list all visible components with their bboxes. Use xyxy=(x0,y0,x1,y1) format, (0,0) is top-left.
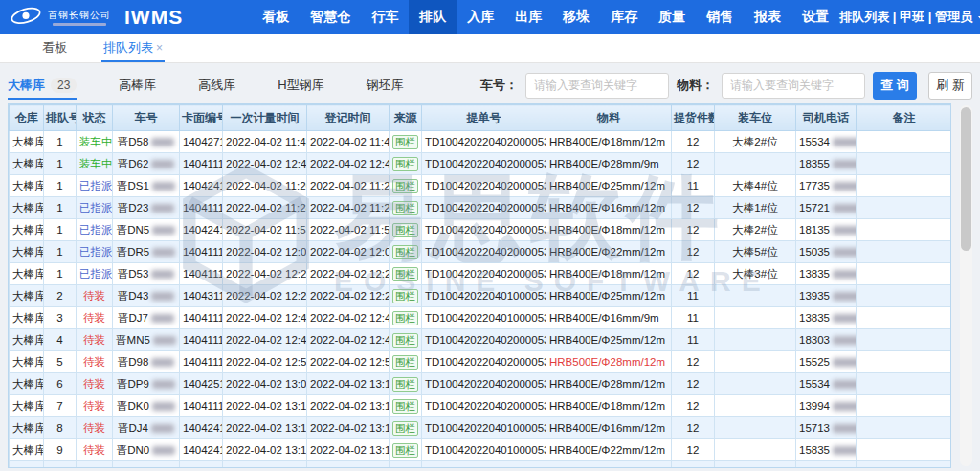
table-row[interactable]: 大棒库2待装晋D43140431192022-04-02 12:242022-0… xyxy=(10,285,952,307)
cell-source: 围栏 xyxy=(390,307,422,329)
redacted-text xyxy=(833,138,857,146)
cell-queue_no: 1 xyxy=(44,131,77,153)
table-row[interactable]: 大棒库1已指派晋D23140411192022-04-02 11:282022-… xyxy=(10,197,952,219)
cell-bill_no: TD10042022040200005319 xyxy=(422,197,546,219)
redacted-text xyxy=(151,424,174,433)
warehouse-tab-高棒库[interactable]: 高棒库 xyxy=(119,72,156,100)
table-row[interactable]: 大棒库9待装晋DN0140424192022-04-02 13:182022-0… xyxy=(10,439,952,461)
cell-material: HRB400E/Φ18mm/12m xyxy=(546,395,672,417)
tab-排队列表[interactable]: 排队列表× xyxy=(101,34,165,62)
column-header-一次计量时间: 一次计量时间 xyxy=(223,105,307,131)
cell-status: 待装 xyxy=(77,307,113,329)
table-row[interactable]: 大棒库1已指派晋DR5140411192022-04-02 12:022022-… xyxy=(10,241,952,263)
status-badge: 待装 xyxy=(83,334,105,346)
cell-remark xyxy=(857,329,952,351)
cell-material: HRB400E/Φ22mm/12m xyxy=(546,241,672,263)
nav-item-设置[interactable]: 设置 xyxy=(791,0,839,34)
cell-plate: 晋D43 xyxy=(113,285,180,307)
status-badge: 已指派 xyxy=(79,202,113,213)
cell-queue_no xyxy=(44,461,77,469)
cell-remark xyxy=(857,373,952,395)
redacted-text xyxy=(151,270,174,279)
warehouse-tab-钢坯库[interactable]: 钢坯库 xyxy=(367,72,404,100)
redacted-text xyxy=(151,314,174,323)
vertical-scrollbar[interactable] xyxy=(960,105,972,466)
user-info: 排队列表 | 甲班 | 管理员 xyxy=(839,9,972,26)
search-button[interactable]: 查 询 xyxy=(873,72,917,100)
close-tab-icon[interactable]: × xyxy=(156,41,163,55)
table-row[interactable]: 大棒库1已指派晋DS1140424192022-04-02 11:262022-… xyxy=(10,175,952,197)
nav-item-库存[interactable]: 库存 xyxy=(600,0,648,34)
cell-qty: 12 xyxy=(672,263,715,285)
cell-reg_time: 2022-04-02 12:47 xyxy=(307,153,390,175)
table-row[interactable]: 大棒库1已指派晋D53140411192022-04-02 12:212022-… xyxy=(10,263,952,285)
nav-item-报表[interactable]: 报表 xyxy=(744,0,791,34)
table-row[interactable]: 大棒库1装车中晋D62140411192022-04-02 12:462022-… xyxy=(10,153,952,175)
table-row[interactable]: 大棒库8待装晋DJ4140424192022-04-02 13:152022-0… xyxy=(10,417,952,439)
cell-warehouse: 大棒库 xyxy=(10,373,44,395)
nav-item-移垛[interactable]: 移垛 xyxy=(552,0,600,34)
source-badge: 围栏 xyxy=(392,135,418,149)
redacted-text xyxy=(151,358,174,367)
table-row[interactable]: 大棒库4待装晋MN5140411192022-04-02 12:492022-0… xyxy=(10,329,952,351)
vehicle-search-input[interactable] xyxy=(525,73,669,99)
cell-warehouse: 大棒库 xyxy=(10,285,44,307)
material-search-input[interactable] xyxy=(722,73,865,99)
source-badge: 围栏 xyxy=(392,443,418,458)
cell-card_no: 14041119 xyxy=(180,153,223,175)
user-menu[interactable]: 排队列表 | 甲班 | 管理员 xyxy=(839,9,980,26)
cell-qty: 12 xyxy=(672,219,715,241)
redacted-text xyxy=(833,226,857,235)
status-badge: 装车中 xyxy=(79,136,113,147)
status-badge: 待装 xyxy=(83,444,105,456)
cell-remark xyxy=(857,439,952,461)
warehouse-tab-大棒库[interactable]: 大棒库23 xyxy=(8,72,77,100)
material-label: 物料： xyxy=(677,77,714,94)
table-row[interactable]: 大棒库7待装晋DK0140411192022-04-02 13:112022-0… xyxy=(10,395,952,417)
cell-phone: 13935 xyxy=(796,285,857,307)
cell-qty xyxy=(672,461,715,469)
cell-qty: 11 xyxy=(672,307,715,329)
cell-status: 已指派 xyxy=(77,175,113,197)
nav-item-看板[interactable]: 看板 xyxy=(252,0,300,34)
nav-item-行车[interactable]: 行车 xyxy=(361,0,409,34)
cell-material: HRB400E/Φ16mm/12m xyxy=(546,417,672,439)
cell-dock xyxy=(715,417,796,439)
table-row[interactable] xyxy=(10,461,952,469)
cell-queue_no: 8 xyxy=(44,417,77,439)
nav-item-智慧仓[interactable]: 智慧仓 xyxy=(300,0,361,34)
scrollbar-thumb[interactable] xyxy=(961,107,971,251)
warehouse-tab-label: 高棒库 xyxy=(119,77,156,94)
nav-item-销售[interactable]: 销售 xyxy=(696,0,744,34)
tab-看板[interactable]: 看板 xyxy=(40,34,69,62)
nav-item-排队[interactable]: 排队 xyxy=(409,0,457,34)
redacted-text xyxy=(152,226,175,235)
warehouse-tab-H型钢库[interactable]: H型钢库 xyxy=(278,72,323,100)
cell-card_no: 14042519 xyxy=(180,373,223,395)
cell-bill_no: TD10042022040200005320 xyxy=(422,373,546,395)
source-badge: 围栏 xyxy=(392,223,418,237)
nav-item-出库[interactable]: 出库 xyxy=(504,0,552,34)
cell-bill_no: TD10042022040200005319 xyxy=(422,241,546,263)
cell-qty: 11 xyxy=(672,285,715,307)
table-row[interactable]: 大棒库1装车中晋D58140427192022-04-02 11:432022-… xyxy=(10,131,952,153)
table-row[interactable]: 大棒库5待装晋D98140411192022-04-02 12:502022-0… xyxy=(10,351,952,373)
cell-remark xyxy=(857,417,952,439)
cell-qty: 11 xyxy=(672,175,715,197)
cell-source: 围栏 xyxy=(390,197,422,219)
cell-queue_no: 1 xyxy=(44,263,77,285)
cell-bill_no: TD10042022040200005319 xyxy=(422,329,546,351)
cell-card_no: 14041119 xyxy=(180,241,223,263)
cell-phone: 15534 xyxy=(796,373,857,395)
nav-item-入库[interactable]: 入库 xyxy=(457,0,504,34)
table-row[interactable]: 大棒库3待装晋DJ7140411192022-04-02 12:412022-0… xyxy=(10,307,952,329)
cell-source: 围栏 xyxy=(390,417,422,439)
table-row[interactable]: 大棒库6待装晋DP9140425192022-04-02 13:092022-0… xyxy=(10,373,952,395)
column-header-备注: 备注 xyxy=(857,105,952,131)
cell-plate: 晋DP9 xyxy=(113,373,180,395)
warehouse-tab-label: 钢坯库 xyxy=(367,77,404,94)
nav-item-质量[interactable]: 质量 xyxy=(648,0,696,34)
table-row[interactable]: 大棒库1已指派晋DN5140424192022-04-02 11:532022-… xyxy=(10,219,952,241)
warehouse-tab-高线库[interactable]: 高线库 xyxy=(198,72,235,100)
refresh-button[interactable]: 刷 新 xyxy=(928,72,972,100)
